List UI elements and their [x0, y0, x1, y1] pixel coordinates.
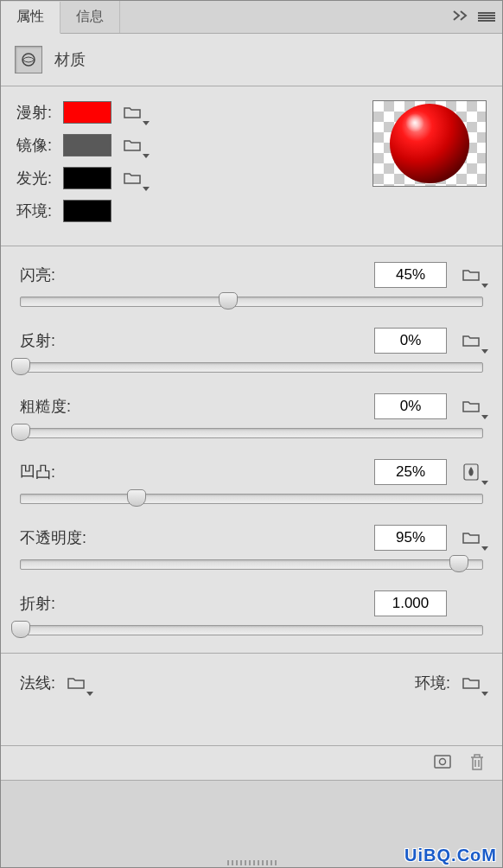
refraction-thumb[interactable]: [11, 621, 30, 638]
panel-menu-icon[interactable]: [478, 10, 495, 24]
shine-slider[interactable]: [20, 297, 483, 307]
bump-texture-button[interactable]: [459, 463, 483, 482]
specular-texture-button[interactable]: [120, 136, 144, 155]
tab-properties[interactable]: 属性: [1, 2, 60, 34]
roughness-row: 粗糙度:: [20, 393, 483, 438]
svg-point-3: [440, 758, 446, 764]
bump-slider[interactable]: [20, 494, 483, 504]
environment-label: 环境:: [415, 673, 450, 693]
refraction-value-input[interactable]: [374, 590, 447, 616]
dropdown-arrow-icon: [143, 154, 150, 158]
reflection-label: 反射:: [20, 330, 374, 351]
dropdown-arrow-icon: [86, 692, 93, 696]
sliders-section: 闪亮: 反射: 粗糙度:: [1, 246, 502, 654]
opacity-value-input[interactable]: [374, 525, 447, 551]
ambient-swatch[interactable]: [63, 200, 111, 222]
bump-label: 凹凸:: [20, 462, 374, 482]
opacity-label: 不透明度:: [20, 527, 374, 548]
glow-swatch[interactable]: [63, 167, 111, 189]
normals-texture-button[interactable]: [64, 673, 88, 692]
diffuse-label: 漫射:: [16, 102, 63, 123]
shine-label: 闪亮:: [20, 265, 374, 285]
normals-section: 法线: 环境:: [1, 654, 502, 746]
panel-header: 材质: [1, 34, 502, 86]
collapse-icon[interactable]: [452, 10, 471, 25]
opacity-slider[interactable]: [20, 559, 483, 570]
specular-label: 镜像:: [16, 135, 63, 156]
bump-thumb[interactable]: [127, 489, 146, 507]
dropdown-arrow-icon: [143, 121, 150, 125]
diffuse-swatch[interactable]: [63, 101, 111, 124]
reflection-texture-button[interactable]: [459, 331, 483, 350]
dropdown-arrow-icon: [481, 284, 488, 288]
environment-texture-button[interactable]: [459, 673, 483, 692]
opacity-thumb[interactable]: [449, 555, 468, 572]
reflection-value-input[interactable]: [374, 328, 447, 354]
render-settings-icon[interactable]: [433, 752, 452, 775]
trash-icon[interactable]: [468, 752, 487, 775]
roughness-label: 粗糙度:: [20, 396, 374, 417]
opacity-texture-button[interactable]: [459, 528, 483, 547]
reflection-slider[interactable]: [20, 362, 483, 373]
refraction-label: 折射:: [20, 593, 374, 614]
glow-label: 发光:: [16, 168, 63, 188]
bump-value-input[interactable]: [374, 459, 447, 485]
shine-value-input[interactable]: [374, 262, 447, 288]
preview-sphere-icon: [390, 104, 469, 183]
shine-texture-button[interactable]: [459, 265, 483, 284]
reflection-row: 反射:: [20, 328, 483, 373]
watermark: UiBQ.CoM: [404, 846, 497, 865]
roughness-value-input[interactable]: [374, 393, 447, 419]
panel-footer: [1, 746, 502, 781]
tab-bar: 属性 信息: [1, 1, 502, 34]
shine-row: 闪亮:: [20, 262, 483, 307]
material-preview[interactable]: [372, 100, 487, 187]
roughness-slider[interactable]: [20, 428, 483, 438]
svg-point-0: [22, 54, 35, 66]
dropdown-arrow-icon: [481, 349, 488, 354]
dropdown-arrow-icon: [481, 546, 488, 551]
resize-grip-icon[interactable]: [200, 858, 303, 867]
opacity-row: 不透明度:: [20, 525, 483, 570]
normals-label: 法线:: [20, 673, 55, 693]
specular-swatch[interactable]: [63, 134, 111, 156]
dropdown-arrow-icon: [143, 187, 150, 191]
bump-row: 凹凸:: [20, 459, 483, 504]
roughness-thumb[interactable]: [11, 424, 30, 441]
dropdown-arrow-icon: [481, 481, 488, 485]
refraction-row: 折射:: [20, 590, 483, 635]
dropdown-arrow-icon: [481, 692, 488, 696]
swatch-section: 漫射: 镜像: 发光: 环境:: [1, 86, 502, 246]
shine-thumb[interactable]: [219, 292, 238, 310]
dropdown-arrow-icon: [481, 415, 488, 419]
material-icon[interactable]: [15, 46, 42, 73]
diffuse-texture-button[interactable]: [120, 103, 144, 122]
refraction-slider[interactable]: [20, 625, 483, 635]
reflection-thumb[interactable]: [11, 358, 30, 375]
roughness-texture-button[interactable]: [459, 397, 483, 416]
glow-texture-button[interactable]: [120, 169, 144, 188]
svg-rect-2: [435, 756, 450, 768]
tab-info[interactable]: 信息: [60, 1, 120, 33]
ambient-label: 环境:: [16, 201, 63, 221]
panel-title: 材质: [54, 49, 86, 70]
